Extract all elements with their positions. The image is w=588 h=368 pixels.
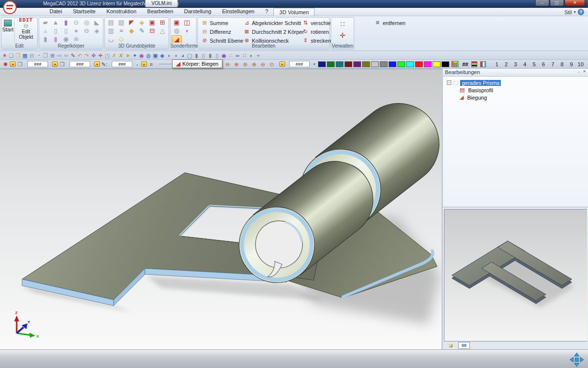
special-shell-icon[interactable]: ◫ xyxy=(182,19,192,27)
cylinder-1-icon[interactable]: ▮ xyxy=(193,52,200,59)
person-icon[interactable]: ✦ xyxy=(131,52,138,59)
close-button[interactable]: ✕ xyxy=(564,0,585,6)
document-tab[interactable]: VOLM.ini xyxy=(145,0,178,7)
redline-icon[interactable]: ✎ xyxy=(70,52,76,59)
sphere-multi-icon[interactable]: ◉ xyxy=(138,52,145,59)
linetype-icon[interactable]: ≡ xyxy=(148,60,155,68)
new-file-icon[interactable]: ❏ xyxy=(8,52,15,59)
lock-icon-1[interactable]: ● xyxy=(10,61,16,67)
pyramid-tool-icon[interactable]: ▵ xyxy=(40,27,50,35)
layer-number-2[interactable]: 2 xyxy=(501,61,511,67)
select-red-icon[interactable]: ✛ xyxy=(97,52,104,59)
layer-number-9[interactable]: 9 xyxy=(566,61,576,67)
zoom-plus-icon[interactable]: ⊕ xyxy=(251,60,258,68)
snap-star-icon[interactable]: ✱ xyxy=(2,60,9,68)
export-icon[interactable]: ⇨ xyxy=(56,52,63,59)
layer-colors-icon[interactable] xyxy=(471,61,477,67)
panel-obj-icon[interactable]: ▣ xyxy=(147,19,157,27)
scale-dropdown-arrow[interactable]: ▾ xyxy=(314,62,316,66)
3d-viewport[interactable]: Z X Y xyxy=(0,69,441,349)
group-field-2[interactable]: ### xyxy=(70,61,90,67)
array2-obj-icon[interactable]: ⊟ xyxy=(147,27,157,35)
menu-datei[interactable]: Datei xyxy=(44,8,68,16)
drop-icon[interactable]: ➤ xyxy=(124,52,131,59)
prism-obj-icon[interactable]: ▤ xyxy=(106,19,116,27)
open-folder-icon[interactable]: ❐ xyxy=(15,52,22,59)
group-manage-icon[interactable]: ∷ xyxy=(338,20,348,28)
disk-c-icon[interactable]: ◖ xyxy=(172,52,179,59)
tab-views[interactable]: 00 xyxy=(458,342,470,349)
pan-icon[interactable] xyxy=(569,352,584,367)
globe-icon[interactable]: ◍ xyxy=(145,52,152,59)
layer-number-8[interactable]: 8 xyxy=(557,61,566,67)
box-blue-icon[interactable]: ▣ xyxy=(152,52,159,59)
swept-obj-icon[interactable]: ▧ xyxy=(116,19,126,27)
tube-tool-icon[interactable]: ▯ xyxy=(61,27,71,35)
undo-icon[interactable]: ↶ xyxy=(76,52,83,59)
help-icon[interactable]: ? xyxy=(578,9,584,15)
disk-b-icon[interactable]: ◗ xyxy=(166,52,172,59)
panel-blue-icon[interactable]: ▢ xyxy=(186,52,193,59)
lock-icon-3[interactable]: ● xyxy=(94,61,100,67)
special-wing-icon[interactable]: ◖ xyxy=(182,27,192,35)
pen-colors-icon[interactable] xyxy=(480,61,486,67)
color-swatch[interactable] xyxy=(406,61,414,67)
special-box-icon[interactable]: ▣ xyxy=(172,19,182,27)
save-icon[interactable]: ▦ xyxy=(22,52,28,59)
menu-darstellung[interactable]: Darstellung xyxy=(179,8,217,16)
color-swatch[interactable] xyxy=(441,61,449,67)
prism-tool-icon[interactable]: ▮ xyxy=(61,19,71,27)
torus-tool-icon[interactable]: ⊙ xyxy=(71,19,81,27)
color-swatch[interactable] xyxy=(353,61,361,67)
scatter-rg-icon[interactable]: ∷ xyxy=(241,52,248,59)
zoom-window-icon[interactable]: ⊖ xyxy=(224,60,231,68)
box-tool-icon[interactable]: ▰ xyxy=(40,19,50,27)
more-icon[interactable]: ÷ xyxy=(255,52,262,59)
cone-tool-icon[interactable]: ▲ xyxy=(50,19,61,27)
cylinder-2-icon[interactable]: ▯ xyxy=(200,52,207,59)
zoom-in-icon[interactable]: ⊕ xyxy=(233,60,240,68)
collapse-icon[interactable]: − xyxy=(447,80,451,85)
pin-icon[interactable]: ▫ xyxy=(578,69,580,75)
special-cyl-icon[interactable]: ◍ xyxy=(172,27,182,35)
color-swatch[interactable] xyxy=(327,61,335,67)
ring-tool-icon[interactable]: ◎ xyxy=(81,19,92,27)
cut-icon[interactable]: ✗ xyxy=(111,52,118,59)
cylinder-4-icon[interactable]: ▯ xyxy=(214,52,220,59)
tree-item-basisprofil[interactable]: ▤ Basisprofil xyxy=(447,86,588,94)
layer-number-3[interactable]: 3 xyxy=(511,61,520,67)
stamp-icon[interactable]: ✥ xyxy=(90,52,97,59)
layer-number-5[interactable]: 5 xyxy=(529,61,539,67)
start-button[interactable]: Start xyxy=(1,18,15,43)
edit-object-button[interactable]: EDIT ⊖ Edit Objekt xyxy=(15,18,37,43)
panel-header[interactable]: Bearbeitungen ▫ ✕ xyxy=(443,69,588,77)
disk-d-icon[interactable]: ◕ xyxy=(179,52,186,59)
color-swatch[interactable] xyxy=(362,61,370,67)
tree-item-gerades-prisma[interactable]: − ⬚ gerades Prisma xyxy=(447,79,588,86)
color-swatch[interactable] xyxy=(397,61,405,67)
print-icon[interactable]: ⊟ xyxy=(28,52,35,59)
box-3d-icon[interactable]: ◳ xyxy=(104,52,111,59)
wedge-tool-icon[interactable]: ◣ xyxy=(92,19,102,27)
menu-3d-volumen[interactable]: 3D Volumen xyxy=(273,8,315,16)
layer-icon-1[interactable]: ❒ xyxy=(17,60,24,68)
palette-manager-icon[interactable]: ▩ xyxy=(451,61,459,67)
color-swatch[interactable] xyxy=(336,61,343,67)
array-obj-icon[interactable]: ⊞ xyxy=(157,19,168,27)
dash-dropdown[interactable]: - xyxy=(136,61,138,67)
color-swatch[interactable] xyxy=(433,61,441,67)
branch-icon[interactable]: ∴ xyxy=(227,52,234,59)
style-dropdown-arrow[interactable]: ▾ xyxy=(574,10,576,14)
group-field-1[interactable]: ### xyxy=(27,61,48,67)
zoom-previous-icon[interactable]: ⊙ xyxy=(269,60,275,68)
layer-icon-2[interactable]: ❒ xyxy=(59,60,66,68)
menu-einstellungen[interactable]: Einstellungen xyxy=(217,8,260,16)
sphere-tool-icon[interactable]: ● xyxy=(71,27,81,35)
panel-close-icon[interactable]: ✕ xyxy=(583,69,586,75)
layer-number-6[interactable]: 6 xyxy=(539,61,548,67)
corner-obj-icon[interactable]: ◆ xyxy=(126,27,137,35)
lock-icon-2[interactable]: ● xyxy=(52,61,58,67)
disk-tool-icon[interactable]: ⊖ xyxy=(81,27,92,35)
layer-number-1[interactable]: 1 xyxy=(492,61,501,67)
lock-icon-4[interactable]: ● xyxy=(141,61,147,67)
